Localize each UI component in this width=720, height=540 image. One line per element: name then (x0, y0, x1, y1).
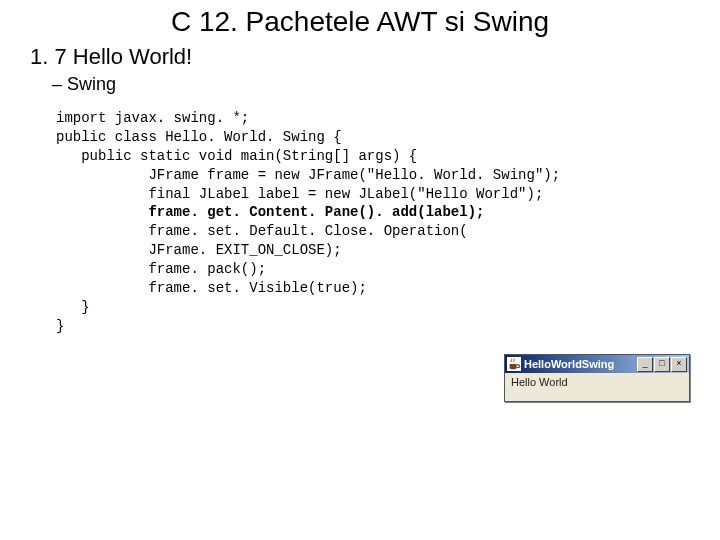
code-line: public class Hello. World. Swing { (56, 129, 342, 145)
code-line: frame. set. Default. Close. Operation( (56, 223, 468, 239)
close-button[interactable]: × (671, 357, 687, 372)
code-line: import javax. swing. *; (56, 110, 249, 126)
code-line: final JLabel label = new JLabel("Hello W… (56, 186, 543, 202)
window-title: HelloWorldSwing (524, 358, 637, 370)
page-title: C 12. Pachetele AWT si Swing (20, 6, 700, 38)
slide: C 12. Pachetele AWT si Swing 1. 7 Hello … (0, 0, 720, 540)
window-controls: _ □ × (637, 357, 687, 372)
demo-window: HelloWorldSwing _ □ × Hello World (504, 354, 690, 402)
code-line: } (56, 299, 90, 315)
code-line-bold: frame. get. Content. Pane(). add(label); (56, 204, 484, 220)
code-line: public static void main(String[] args) { (56, 148, 417, 164)
code-line: frame. pack(); (56, 261, 266, 277)
subsection-heading: – Swing (52, 74, 700, 95)
window-body: Hello World (505, 373, 689, 401)
code-line: } (56, 318, 64, 334)
code-line: JFrame frame = new JFrame("Hello. World.… (56, 167, 560, 183)
code-line: frame. set. Visible(true); (56, 280, 367, 296)
code-line: JFrame. EXIT_ON_CLOSE); (56, 242, 342, 258)
section-heading: 1. 7 Hello World! (30, 44, 700, 70)
minimize-button[interactable]: _ (637, 357, 653, 372)
code-block: import javax. swing. *; public class Hel… (56, 109, 700, 336)
maximize-button[interactable]: □ (654, 357, 670, 372)
java-icon (507, 357, 521, 371)
window-titlebar: HelloWorldSwing _ □ × (505, 355, 689, 373)
